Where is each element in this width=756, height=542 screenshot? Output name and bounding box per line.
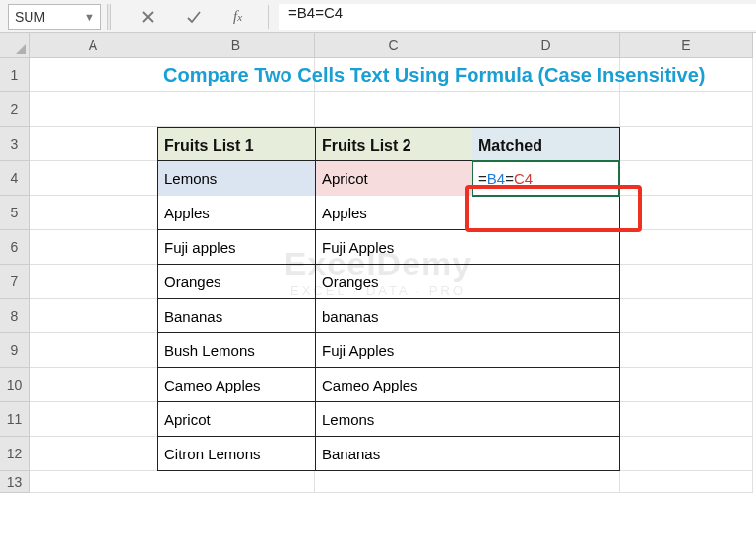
formula-ref-b4: B4 bbox=[487, 170, 505, 187]
cell-a12[interactable] bbox=[30, 437, 158, 471]
cell-a13[interactable] bbox=[30, 471, 158, 493]
name-box-resize-handle[interactable] bbox=[107, 4, 111, 30]
row-header-7[interactable]: 7 bbox=[0, 265, 30, 299]
cell-b3[interactable]: Fruits List 1 bbox=[158, 127, 315, 161]
cell-d5[interactable] bbox=[472, 196, 620, 230]
col-header-b[interactable]: B bbox=[158, 33, 315, 58]
cell-c6[interactable]: Fuji Apples bbox=[315, 230, 472, 265]
fx-icon[interactable]: fx bbox=[233, 8, 242, 25]
cell-c7[interactable]: Oranges bbox=[315, 265, 472, 299]
cell-e10[interactable] bbox=[620, 368, 753, 402]
cell-c12[interactable]: Bananas bbox=[315, 437, 472, 471]
row-12: 12 Citron Lemons Bananas bbox=[0, 437, 756, 471]
cell-d4[interactable]: =B4=C4 bbox=[472, 161, 620, 196]
cell-e2[interactable] bbox=[620, 92, 753, 127]
select-all-corner[interactable] bbox=[0, 33, 30, 58]
enter-check-icon[interactable] bbox=[186, 10, 202, 24]
row-header-13[interactable]: 13 bbox=[0, 471, 30, 493]
formula-text: = bbox=[505, 170, 514, 187]
row-9: 9 Bush Lemons Fuji Apples bbox=[0, 333, 756, 368]
cell-c5[interactable]: Apples bbox=[315, 196, 472, 230]
cell-b1[interactable]: Compare Two Cells Text Using Formula (Ca… bbox=[158, 58, 315, 92]
row-header-1[interactable]: 1 bbox=[0, 58, 30, 92]
cell-a10[interactable] bbox=[30, 368, 158, 402]
cell-d11[interactable] bbox=[472, 402, 620, 437]
col-header-a[interactable]: A bbox=[30, 33, 158, 58]
row-header-12[interactable]: 12 bbox=[0, 437, 30, 471]
cell-e9[interactable] bbox=[620, 333, 753, 368]
cell-b12[interactable]: Citron Lemons bbox=[158, 437, 315, 471]
row-7: 7 Oranges Oranges bbox=[0, 265, 756, 299]
col-header-c[interactable]: C bbox=[315, 33, 472, 58]
row-header-5[interactable]: 5 bbox=[0, 196, 30, 230]
row-3: 3 Fruits List 1 Fruits List 2 Matched bbox=[0, 127, 756, 161]
cell-d8[interactable] bbox=[472, 299, 620, 333]
cell-d13[interactable] bbox=[472, 471, 620, 493]
cell-e5[interactable] bbox=[620, 196, 753, 230]
cell-d12[interactable] bbox=[472, 437, 620, 471]
row-header-2[interactable]: 2 bbox=[0, 92, 30, 127]
cell-b7[interactable]: Oranges bbox=[158, 265, 315, 299]
cell-c8[interactable]: bananas bbox=[315, 299, 472, 333]
cell-e12[interactable] bbox=[620, 437, 753, 471]
cell-a8[interactable] bbox=[30, 299, 158, 333]
formula-ref-c4: C4 bbox=[514, 170, 533, 187]
row-header-6[interactable]: 6 bbox=[0, 230, 30, 265]
cell-b9[interactable]: Bush Lemons bbox=[158, 333, 315, 368]
cell-a5[interactable] bbox=[30, 196, 158, 230]
cell-b8[interactable]: Bananas bbox=[158, 299, 315, 333]
cell-d3[interactable]: Matched bbox=[472, 127, 620, 161]
cell-a11[interactable] bbox=[30, 402, 158, 437]
cell-c13[interactable] bbox=[315, 471, 472, 493]
cell-c2[interactable] bbox=[315, 92, 472, 127]
column-headers: A B C D E bbox=[30, 33, 756, 58]
row-header-11[interactable]: 11 bbox=[0, 402, 30, 437]
row-4: 4 Lemons Apricot =B4=C4 bbox=[0, 161, 756, 196]
name-box[interactable]: SUM ▼ bbox=[8, 4, 101, 30]
formula-bar: SUM ▼ fx =B4=C4 bbox=[0, 0, 756, 33]
cell-e7[interactable] bbox=[620, 265, 753, 299]
cell-b11[interactable]: Apricot bbox=[158, 402, 315, 437]
cell-a6[interactable] bbox=[30, 230, 158, 265]
cell-b4[interactable]: Lemons bbox=[158, 161, 315, 196]
cancel-icon[interactable] bbox=[141, 10, 155, 24]
cell-b2[interactable] bbox=[158, 92, 315, 127]
cell-c9[interactable]: Fuji Apples bbox=[315, 333, 472, 368]
cell-d6[interactable] bbox=[472, 230, 620, 265]
row-header-8[interactable]: 8 bbox=[0, 299, 30, 333]
spreadsheet-grid: A B C D E 1 Compare Two Cells Text Using… bbox=[0, 33, 756, 493]
cell-e4[interactable] bbox=[620, 161, 753, 196]
cell-c10[interactable]: Cameo Apples bbox=[315, 368, 472, 402]
row-header-10[interactable]: 10 bbox=[0, 368, 30, 402]
cell-d9[interactable] bbox=[472, 333, 620, 368]
cell-a9[interactable] bbox=[30, 333, 158, 368]
row-2: 2 bbox=[0, 92, 756, 127]
cell-c3[interactable]: Fruits List 2 bbox=[315, 127, 472, 161]
row-10: 10 Cameo Apples Cameo Apples bbox=[0, 368, 756, 402]
cell-d7[interactable] bbox=[472, 265, 620, 299]
row-header-3[interactable]: 3 bbox=[0, 127, 30, 161]
cell-a2[interactable] bbox=[30, 92, 158, 127]
cell-e3[interactable] bbox=[620, 127, 753, 161]
cell-b13[interactable] bbox=[158, 471, 315, 493]
cell-b10[interactable]: Cameo Apples bbox=[158, 368, 315, 402]
cell-a1[interactable] bbox=[30, 58, 158, 92]
cell-c4[interactable]: Apricot bbox=[315, 161, 472, 196]
cell-b5[interactable]: Apples bbox=[158, 196, 315, 230]
col-header-e[interactable]: E bbox=[620, 33, 753, 58]
cell-c11[interactable]: Lemons bbox=[315, 402, 472, 437]
cell-d2[interactable] bbox=[472, 92, 620, 127]
formula-input[interactable]: =B4=C4 bbox=[279, 4, 756, 30]
row-header-4[interactable]: 4 bbox=[0, 161, 30, 196]
cell-a4[interactable] bbox=[30, 161, 158, 196]
col-header-d[interactable]: D bbox=[472, 33, 620, 58]
cell-b6[interactable]: Fuji apples bbox=[158, 230, 315, 265]
cell-e11[interactable] bbox=[620, 402, 753, 437]
cell-e13[interactable] bbox=[620, 471, 753, 493]
cell-a3[interactable] bbox=[30, 127, 158, 161]
row-header-9[interactable]: 9 bbox=[0, 333, 30, 368]
cell-e8[interactable] bbox=[620, 299, 753, 333]
cell-e6[interactable] bbox=[620, 230, 753, 265]
cell-a7[interactable] bbox=[30, 265, 158, 299]
cell-d10[interactable] bbox=[472, 368, 620, 402]
